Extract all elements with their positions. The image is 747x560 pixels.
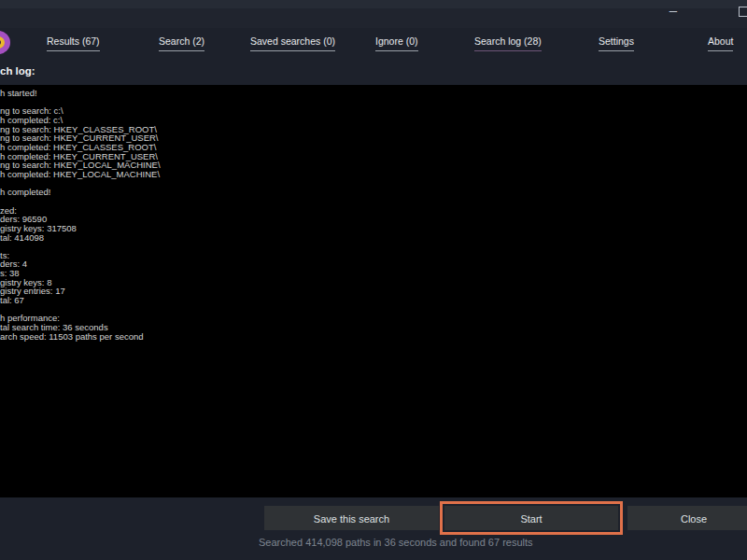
nav-tab[interactable]: Results (67) — [47, 35, 100, 51]
log-line: ng to search: c:\ — [0, 106, 747, 116]
nav-tab[interactable]: Saved searches (0) — [250, 35, 335, 51]
log-line — [0, 98, 747, 107]
nav-tab-label: Results (67) — [47, 35, 100, 47]
log-line: tal: 414098 — [0, 233, 747, 243]
log-line: gistry keys: 8 — [0, 278, 747, 287]
log-line: zed: — [0, 206, 747, 216]
title-bar: – — [0, 0, 747, 28]
nav-tab-label: Search (2) — [159, 35, 204, 47]
log-line — [0, 305, 747, 315]
nav-tab-label: Settings — [599, 35, 634, 47]
log-line — [0, 179, 747, 189]
highlight-box: Start — [440, 501, 623, 535]
window-top-edge — [0, 0, 747, 8]
search-log-section-label: ch log: — [0, 65, 35, 77]
nav-tab-label: Ignore (0) — [375, 35, 418, 47]
log-line: ts: — [0, 251, 747, 260]
nav-tab[interactable]: Search log (28) — [474, 35, 542, 51]
log-line — [0, 197, 747, 206]
log-line: gistry entries: 17 — [0, 287, 747, 296]
search-log-pane[interactable]: h started! ng to search: c:\ h completed… — [0, 85, 747, 497]
nav-tab-bar: Results (67) Search (2) Saved searches (… — [0, 35, 747, 56]
save-this-search-button[interactable]: Save this search — [264, 506, 439, 530]
log-line: h performance: — [0, 314, 747, 323]
log-line: gistry keys: 317508 — [0, 224, 747, 233]
log-line: ders: 96590 — [0, 215, 747, 224]
close-button[interactable]: Close — [627, 506, 747, 530]
nav-tab[interactable]: Ignore (0) — [375, 35, 418, 51]
footer-bar: Save this search Start Close Searched 41… — [0, 497, 747, 560]
log-line: s: 38 — [0, 269, 747, 278]
log-line — [0, 242, 747, 251]
start-button[interactable]: Start — [444, 506, 618, 530]
nav-tab-label: Saved searches (0) — [250, 35, 335, 47]
log-line: ders: 4 — [0, 259, 747, 269]
status-text: Searched 414,098 paths in 36 seconds and… — [259, 537, 533, 548]
log-line: h started! — [0, 89, 747, 98]
nav-tab[interactable]: About — [708, 35, 733, 51]
nav-tab-label: About — [708, 35, 733, 47]
nav-tab-label: Search log (28) — [474, 35, 542, 47]
log-line: h completed: HKEY_LOCAL_MACHINE\ — [0, 170, 747, 179]
log-line: arch speed: 11503 paths per second — [0, 332, 747, 342]
log-line: h completed! — [0, 188, 747, 197]
nav-tab[interactable]: Settings — [599, 35, 634, 51]
minimize-icon[interactable]: – — [663, 1, 684, 20]
log-line: tal: 67 — [0, 296, 747, 305]
maximize-icon[interactable] — [739, 7, 747, 17]
app-window: – Results (67) Search (2) Saved searches… — [0, 0, 747, 560]
nav-tab[interactable]: Search (2) — [159, 35, 204, 51]
